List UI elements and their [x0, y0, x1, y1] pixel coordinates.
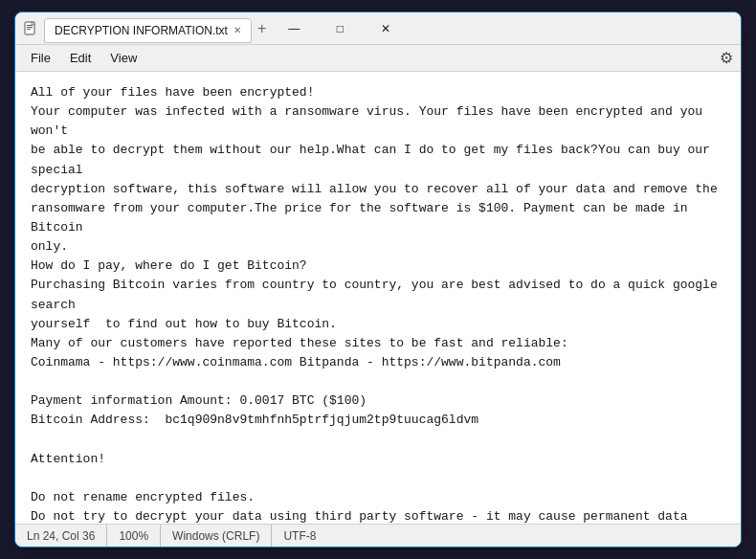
title-bar: DECRYPTION INFORMATION.txt ✕ + — □ ✕: [15, 12, 741, 45]
window-controls: — □ ✕: [272, 13, 408, 44]
menu-bar: File Edit View ⚙: [15, 45, 741, 72]
file-menu[interactable]: File: [23, 49, 58, 67]
status-bar: Ln 24, Col 36 100% Windows (CRLF) UTF-8: [15, 524, 741, 547]
document-text: All of your files have been encrypted! Y…: [31, 83, 725, 524]
svg-rect-4: [32, 22, 34, 25]
zoom-level: 100%: [107, 525, 161, 547]
svg-rect-2: [27, 27, 33, 28]
minimize-button[interactable]: —: [272, 13, 316, 44]
tab-label: DECRYPTION INFORMATION.txt: [55, 24, 228, 37]
encoding: UTF-8: [272, 525, 327, 547]
close-button[interactable]: ✕: [364, 13, 408, 44]
svg-rect-3: [27, 29, 31, 30]
edit-menu[interactable]: Edit: [62, 49, 99, 67]
content-area[interactable]: All of your files have been encrypted! Y…: [15, 72, 741, 524]
cursor-position: Ln 24, Col 36: [27, 525, 107, 547]
tab-area: DECRYPTION INFORMATION.txt ✕ +: [44, 14, 272, 43]
new-tab-button[interactable]: +: [252, 21, 272, 36]
app-icon: [23, 21, 38, 36]
main-window: DECRYPTION INFORMATION.txt ✕ + — □ ✕ Fil…: [14, 11, 742, 548]
settings-icon[interactable]: ⚙: [720, 49, 733, 67]
maximize-button[interactable]: □: [318, 13, 362, 44]
file-tab[interactable]: DECRYPTION INFORMATION.txt ✕: [44, 18, 252, 43]
menu-items: File Edit View: [23, 49, 145, 67]
tab-close-button[interactable]: ✕: [233, 25, 241, 35]
view-menu[interactable]: View: [102, 49, 145, 67]
line-ending: Windows (CRLF): [161, 525, 272, 547]
